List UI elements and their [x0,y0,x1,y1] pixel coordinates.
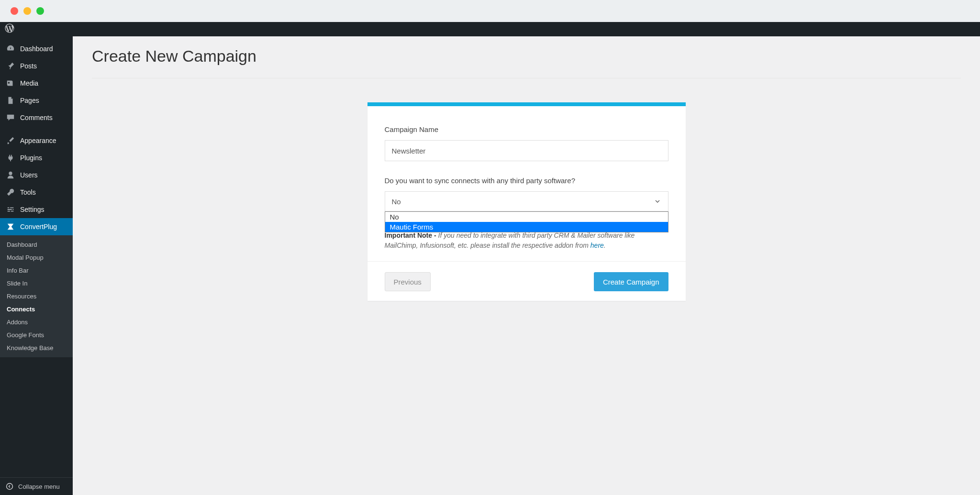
pages-icon [6,96,15,105]
mac-titlebar [0,0,980,22]
campaign-card: Campaign Name Do you want to sync connec… [368,102,686,301]
sidebar-item-settings[interactable]: Settings [0,201,73,218]
sync-dropdown: NoMautic Forms [385,211,668,232]
sidebar-item-label: Dashboard [20,45,53,53]
sidebar-item-label: Comments [20,114,53,121]
campaign-name-label: Campaign Name [385,125,668,133]
chevron-down-icon [654,198,661,205]
main-content: Create New Campaign Campaign Name Do you… [73,36,980,495]
collapse-menu-label: Collapse menu [18,483,60,490]
sidebar-item-label: Settings [20,206,45,213]
sidebar-item-users[interactable]: Users [0,166,73,184]
collapse-menu-button[interactable]: Collapse menu [0,477,73,495]
sidebar-item-dashboard[interactable]: Dashboard [0,40,73,57]
submenu-item-slide-in[interactable]: Slide In [0,277,73,290]
sidebar-item-media[interactable]: Media [0,75,73,92]
media-icon [6,78,15,88]
window-close-icon[interactable] [11,7,18,15]
addon-here-link[interactable]: here [590,242,604,249]
sidebar-item-posts[interactable]: Posts [0,57,73,75]
sync-option-no[interactable]: No [385,212,668,222]
campaign-name-input[interactable] [385,140,668,161]
wordpress-logo-icon[interactable] [5,23,14,35]
sidebar-item-tools[interactable]: Tools [0,184,73,201]
submenu-item-knowledge-base[interactable]: Knowledge Base [0,341,73,354]
window-maximize-icon[interactable] [36,7,44,15]
important-note: Important Note - If you need to integrat… [385,231,668,251]
convertplug-icon [6,222,15,231]
submenu-item-info-bar[interactable]: Info Bar [0,264,73,277]
sync-option-mautic-forms[interactable]: Mautic Forms [385,222,668,232]
sidebar-item-label: Plugins [20,154,42,162]
sidebar-item-label: Users [20,171,38,179]
sliders-icon [6,205,15,214]
svg-point-0 [7,484,13,490]
pin-icon [6,61,15,71]
dashboard-icon [6,44,15,54]
wp-adminbar [0,22,980,36]
sidebar-item-label: Appearance [20,137,56,144]
admin-sidebar: DashboardPostsMediaPagesCommentsAppearan… [0,36,73,495]
sidebar-item-pages[interactable]: Pages [0,92,73,109]
sidebar-item-label: Media [20,79,38,87]
comment-icon [6,113,15,122]
submenu-item-addons[interactable]: Addons [0,316,73,329]
sidebar-item-convertplug[interactable]: ConvertPlug [0,218,73,235]
sidebar-item-label: Posts [20,62,37,70]
create-campaign-button[interactable]: Create Campaign [594,272,668,291]
submenu-item-google-fonts[interactable]: Google Fonts [0,329,73,341]
sync-label: Do you want to sync connects with any th… [385,176,668,185]
sidebar-item-label: Tools [20,188,36,196]
sync-selected-value: No [392,198,401,206]
sidebar-item-comments[interactable]: Comments [0,109,73,126]
previous-button[interactable]: Previous [385,272,431,291]
submenu-item-resources[interactable]: Resources [0,290,73,303]
brush-icon [6,136,15,145]
submenu-item-dashboard[interactable]: Dashboard [0,238,73,251]
plug-icon [6,153,15,163]
sidebar-item-appearance[interactable]: Appearance [0,132,73,149]
window-minimize-icon[interactable] [23,7,31,15]
sync-select[interactable]: No [385,191,668,211]
user-icon [6,170,15,180]
submenu-item-connects[interactable]: Connects [0,303,73,316]
sidebar-item-label: ConvertPlug [20,223,57,231]
submenu-item-modal-popup[interactable]: Modal Popup [0,251,73,264]
wrench-icon [6,187,15,197]
sidebar-item-label: Pages [20,97,39,104]
sidebar-item-plugins[interactable]: Plugins [0,149,73,166]
page-title: Create New Campaign [92,47,961,78]
